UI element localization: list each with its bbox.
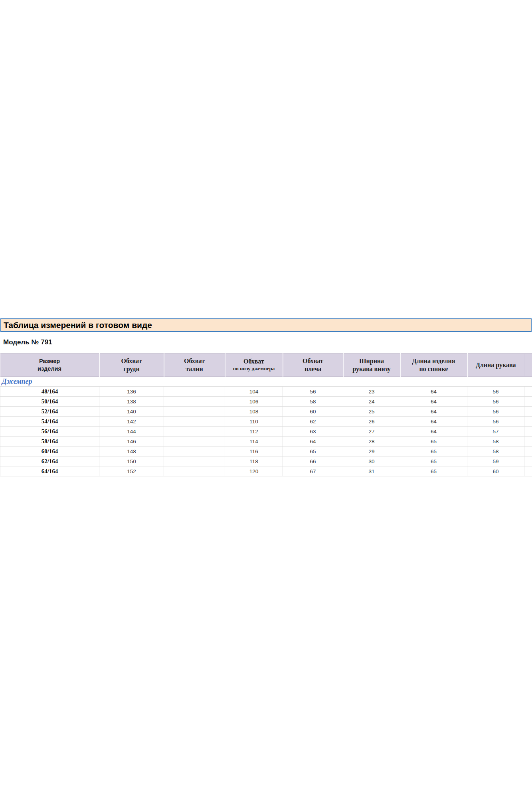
table-row: 60/16414811665296558 (0, 446, 532, 456)
value-cell: 65 (400, 466, 467, 476)
value-cell: 26 (343, 417, 400, 427)
value-cell: 112 (225, 427, 283, 437)
column-header-line: груди (101, 365, 163, 373)
top-whitespace (0, 0, 532, 318)
table-row: 56/16414411263276457 (0, 427, 532, 437)
cutoff-cell (524, 427, 532, 437)
value-cell (164, 407, 225, 417)
column-header-line: Обхват (165, 357, 224, 365)
cutoff-cell (524, 407, 532, 417)
value-cell: 65 (400, 446, 467, 456)
value-cell: 29 (343, 446, 400, 456)
cutoff-cell (524, 456, 532, 466)
column-header-line: талии (165, 365, 224, 373)
value-cell: 106 (225, 397, 283, 407)
value-cell: 63 (283, 427, 343, 437)
table-row: 54/16414211062266456 (0, 417, 532, 427)
value-cell: 104 (225, 387, 283, 397)
column-header-7: Длина рукава (467, 354, 524, 377)
value-cell: 67 (283, 466, 343, 476)
cutoff-cell (524, 437, 532, 446)
value-cell: 58 (283, 397, 343, 407)
value-cell: 140 (99, 407, 164, 417)
size-cell: 62/164 (0, 456, 99, 466)
column-header-line: плеча (284, 365, 342, 373)
value-cell: 65 (400, 437, 467, 446)
value-cell: 144 (99, 427, 164, 437)
size-cell: 58/164 (0, 437, 99, 446)
value-cell: 64 (400, 417, 467, 427)
value-cell: 56 (283, 387, 343, 397)
column-header-0: Размеризделия (0, 354, 99, 377)
value-cell: 110 (225, 417, 283, 427)
table-title-bar: Таблица измерений в готовом виде (0, 318, 532, 332)
value-cell: 136 (99, 387, 164, 397)
value-cell: 58 (467, 446, 524, 456)
value-cell: 59 (467, 456, 524, 466)
value-cell: 64 (400, 397, 467, 407)
value-cell (164, 446, 225, 456)
value-cell: 66 (283, 456, 343, 466)
size-cell: 50/164 (0, 397, 99, 407)
value-cell: 152 (99, 466, 164, 476)
value-cell: 60 (283, 407, 343, 417)
column-header-line: Обхват (284, 357, 342, 365)
value-cell: 65 (400, 456, 467, 466)
value-cell (164, 466, 225, 476)
value-cell: 114 (225, 437, 283, 446)
value-cell: 108 (225, 407, 283, 417)
column-header-2: Обхватталии (164, 354, 225, 377)
column-header-line: Длина изделия (401, 357, 466, 365)
cutoff-cell (524, 466, 532, 476)
value-cell: 56 (467, 407, 524, 417)
table-header: РазмеризделияОбхватгрудиОбхватталииОбхва… (0, 354, 532, 377)
value-cell: 150 (99, 456, 164, 466)
model-number-label: Модель № 791 (3, 338, 532, 346)
value-cell: 60 (467, 466, 524, 476)
value-cell (164, 437, 225, 446)
value-cell: 56 (467, 387, 524, 397)
column-header-1: Обхватгруди (99, 354, 164, 377)
value-cell: 23 (343, 387, 400, 397)
group-label: Джемпер (2, 377, 32, 385)
column-header-line: Ширина (344, 357, 399, 365)
column-header-4: Обхватплеча (283, 354, 343, 377)
table-row: 50/16413810658246456 (0, 397, 532, 407)
value-cell: 64 (400, 387, 467, 397)
value-cell (164, 387, 225, 397)
column-header-line: Размер (1, 358, 98, 365)
table-row: 58/16414611464286558 (0, 437, 532, 446)
value-cell: 57 (467, 427, 524, 437)
value-cell: 56 (467, 417, 524, 427)
cutoff-cell (524, 397, 532, 407)
value-cell: 65 (283, 446, 343, 456)
value-cell (164, 397, 225, 407)
measurements-table: РазмеризделияОбхватгрудиОбхватталииОбхва… (0, 353, 532, 476)
cutoff-cell (524, 387, 532, 397)
value-cell: 64 (400, 427, 467, 437)
value-cell (164, 427, 225, 437)
column-header-5: Ширинарукава внизу (343, 354, 400, 377)
column-header-line: Обхват (226, 358, 282, 365)
value-cell: 64 (283, 437, 343, 446)
size-cell: 64/164 (0, 466, 99, 476)
size-cell: 56/164 (0, 427, 99, 437)
cutoff-cell (524, 417, 532, 427)
value-cell: 64 (400, 407, 467, 417)
table-row: 48/16413610456236456 (0, 387, 532, 397)
value-cell: 120 (225, 466, 283, 476)
header-row: РазмеризделияОбхватгрудиОбхватталииОбхва… (0, 354, 532, 377)
size-cell: 48/164 (0, 387, 99, 397)
column-header-line: Длина рукава (469, 361, 524, 369)
column-header-line: по спинке (401, 365, 466, 373)
value-cell: 27 (343, 427, 400, 437)
column-header-6: Длина изделияпо спинке (400, 354, 467, 377)
table-row: 64/16415212067316560 (0, 466, 532, 476)
value-cell: 146 (99, 437, 164, 446)
column-header-line: изделия (1, 365, 98, 372)
group-row: Джемпер (0, 377, 532, 387)
value-cell: 118 (225, 456, 283, 466)
table-row: 52/16414010860256456 (0, 407, 532, 417)
size-cell: 54/164 (0, 417, 99, 427)
value-cell: 31 (343, 466, 400, 476)
